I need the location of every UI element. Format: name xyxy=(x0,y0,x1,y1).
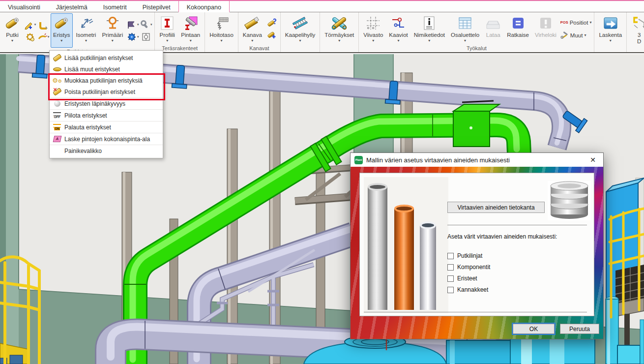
menu-item-lisaa-putkilinjan-eristykset[interactable]: Lisää putkilinjan eristykset xyxy=(50,52,163,63)
ribbon: Putki ▾ ▾ Eristys xyxy=(0,12,644,53)
cancel-button[interactable]: Peruuta xyxy=(560,324,599,334)
osaluettelo-button[interactable]: Osaluettelo xyxy=(448,13,482,44)
valve-icon xyxy=(127,32,137,42)
kaaviot-button[interactable]: Kaaviot xyxy=(386,13,410,44)
nimiketiedot-button[interactable]: Nimiketiedot xyxy=(411,13,447,44)
checkbox-row-eristeet[interactable]: Eristeet xyxy=(447,274,477,282)
crossed-tools-icon xyxy=(560,31,569,39)
tab-kokoonpano[interactable]: Kokoonpano xyxy=(178,0,230,12)
set-colors-label: Aseta värit virtaavien aineiden mukaises… xyxy=(447,233,557,240)
add-pipe-part-button[interactable]: ▾ xyxy=(24,19,36,30)
kaapelihylly-button[interactable]: Kaapelihylly xyxy=(283,13,318,44)
on-icon: ON xyxy=(50,124,64,131)
ribbon-group-tormaykset: Törmäykset xyxy=(320,12,359,52)
muut-button[interactable]: Muut xyxy=(560,30,592,41)
profiili-button[interactable]: Profiili xyxy=(157,13,177,44)
primary-support-icon xyxy=(105,15,120,31)
tab-jarjestelma[interactable]: Järjestelmä xyxy=(48,1,95,12)
menu-item-poista-putkilinjan-eristykset[interactable]: ✕ Poista putkilinjan eristykset xyxy=(50,86,163,97)
close-icon[interactable]: ✕ xyxy=(586,154,599,165)
duct-icon xyxy=(244,15,260,31)
pipe-component-button[interactable] xyxy=(24,31,36,43)
virheloki-button: Virheloki xyxy=(532,13,559,44)
parts-list-icon xyxy=(457,15,473,31)
database-icon xyxy=(548,181,591,220)
tormaykset-button[interactable]: Törmäykset xyxy=(322,13,356,44)
ribbon-tab-strip: Visualisointi Järjestelmä Isometrit Pist… xyxy=(0,0,644,12)
positiot-button[interactable]: POS Positiot xyxy=(560,17,592,29)
error-log-icon xyxy=(538,15,554,31)
laskenta-button[interactable]: Laskenta xyxy=(596,13,624,44)
profile-beam-icon xyxy=(159,15,175,31)
ok-button[interactable]: OK xyxy=(513,324,555,334)
tab-pistepilvet[interactable]: Pistepilvet xyxy=(135,1,178,12)
pid-diagram-icon xyxy=(391,15,407,31)
menu-item-palauta-eristykset[interactable]: ON Palauta eristykset xyxy=(50,121,163,133)
menu-item-piilota-eristykset[interactable]: OFF Piilota eristykset xyxy=(50,109,163,121)
valve-tool-button[interactable]: ▾ xyxy=(126,31,139,43)
separator-line xyxy=(364,312,587,312)
pipe-elbow-button[interactable] xyxy=(37,19,50,30)
pen-plus-icon xyxy=(24,20,34,30)
ribbon-group-3d: 3 D xyxy=(627,12,644,52)
weld-button[interactable]: ▾ xyxy=(37,31,50,43)
eristys-button[interactable]: Eristys xyxy=(51,13,73,48)
duct-query-button[interactable] xyxy=(265,17,278,29)
orange-pipe-image xyxy=(394,209,414,310)
area-icon: A xyxy=(50,136,64,142)
menu-item-lisaa-muut-eristykset[interactable]: Lisää muut eristykset xyxy=(50,63,163,75)
primaari-button[interactable]: Primääri xyxy=(99,13,125,48)
gear-pipe-icon xyxy=(25,32,35,42)
3d-view-icon xyxy=(631,15,644,31)
duct-question-icon xyxy=(267,18,277,28)
tab-isometrit[interactable]: Isometrit xyxy=(95,1,135,12)
dialog-title-bar[interactable]: Plant Mallin värien asetus virtaavien ai… xyxy=(351,153,603,167)
checkbox-row-komponentit[interactable]: Komponentit xyxy=(447,263,490,271)
dialog-title: Mallin värien asetus virtaavien aineiden… xyxy=(366,156,586,164)
lataa-button: Lataa xyxy=(483,13,503,44)
fluid-database-button[interactable]: Virtaavien aineiden tietokanta xyxy=(447,202,545,213)
eristys-dropdown-menu: Lisää putkilinjan eristykset Lisää muut … xyxy=(49,50,163,158)
ribbon-group-terasrakenteet: Profiili Pintaan Teräsrakenteet xyxy=(155,12,205,52)
menu-item-laske-pintojen-kokonaispinta-ala[interactable]: A Laske pintojen kokonaispinta-ala xyxy=(50,133,163,145)
solve-icon xyxy=(510,15,526,31)
checkbox-putkilinjat[interactable] xyxy=(447,253,454,259)
checkbox-row-kannakkeet[interactable]: Kannakkeet xyxy=(447,286,488,294)
weld-icon xyxy=(37,32,47,42)
checkbox-eristeet[interactable] xyxy=(447,275,454,282)
flag-tool-button[interactable]: ▾ xyxy=(126,19,139,30)
pos-icon: POS xyxy=(560,20,568,25)
clash-check-icon xyxy=(331,15,347,31)
wrench-tool-button[interactable]: ▾ xyxy=(140,19,152,30)
hoitotaso-button[interactable]: Hoitotaso xyxy=(207,13,236,44)
menu-item-muokkaa-putkilinjan-eristyksia[interactable]: ⚙⚙ Muokkaa putkilinjan eristyksiä xyxy=(50,75,163,86)
boxed-symbol-icon xyxy=(141,32,151,42)
pintaan-button[interactable]: Pintaan xyxy=(178,13,203,44)
isometri-button[interactable]: Isometri xyxy=(74,13,99,48)
checkbox-komponentit[interactable] xyxy=(447,264,454,271)
item-info-icon xyxy=(421,15,437,31)
calculation-arrow-icon xyxy=(603,15,618,31)
duct-plus-icon xyxy=(267,30,277,40)
ribbon-group-hoitotaso: Hoitotaso xyxy=(205,12,238,52)
menu-item-painikevalikko[interactable]: Painikevalikko xyxy=(50,145,163,156)
checkbox-row-putkilinjat[interactable]: Putkilinjat xyxy=(447,252,482,260)
cable-tray-icon xyxy=(293,15,308,31)
dialog-content-panel: Virtaavien aineiden tietokanta Aseta vär… xyxy=(359,173,594,316)
ribbon-group-kanavat: Kanava Kanavat xyxy=(238,12,281,52)
checkbox-kannakkeet[interactable] xyxy=(447,287,454,293)
ratkaise-button[interactable]: Ratkaise xyxy=(504,13,531,44)
platform-stairs-icon xyxy=(214,15,230,31)
kanava-button[interactable]: Kanava xyxy=(240,13,264,44)
menu-item-eristysten-lapinakyvyys[interactable]: Eristysten läpinäkyvyys xyxy=(50,97,163,109)
elbow-icon xyxy=(38,20,48,30)
group-label-terasrakenteet: Teräsrakenteet xyxy=(156,45,203,52)
tab-visualisointi[interactable]: Visualisointi xyxy=(0,1,48,12)
ribbon-group-laskenta: Laskenta xyxy=(594,12,627,52)
wrench-icon xyxy=(140,20,150,30)
duct-add-button[interactable] xyxy=(265,29,278,41)
viivasto-button[interactable]: Viivasto xyxy=(361,13,385,44)
putki-button[interactable]: Putki xyxy=(2,13,23,48)
symbol-box-button[interactable] xyxy=(140,31,152,43)
3d-button[interactable]: 3 D xyxy=(629,13,644,45)
